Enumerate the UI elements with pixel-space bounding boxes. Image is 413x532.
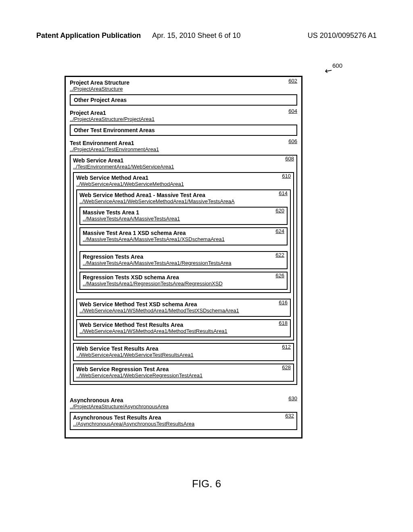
env-box: 606 Test Environment Area1 ../ProjectAre…	[70, 138, 297, 387]
method-num: 610	[282, 173, 291, 179]
header-sheet: Apr. 15, 2010 Sheet 6 of 10	[152, 31, 240, 40]
wsres-path: ../WebServiceArea1/WebServiceTestResults…	[76, 352, 291, 358]
mt1-box: 620 Massive Tests Area 1 ../MassiveTests…	[79, 207, 288, 225]
root-num: 602	[288, 78, 297, 84]
page-header: Patent Application Publication Apr. 15, …	[0, 31, 413, 40]
header-publication: Patent Application Publication	[36, 31, 141, 40]
wsreg-box: 628 Web Service Regression Test Area ../…	[73, 364, 294, 382]
massive-box: 614 Web Service Method Area1 - Massive T…	[76, 189, 291, 293]
ws-title: Web Service Area1	[73, 157, 294, 164]
project-area-box: 604 Project Area1 ../ProjectAreaStructur…	[70, 108, 297, 390]
reg-title: Regression Tests Area	[83, 254, 284, 260]
ws-box: 608 Web Service Area1 ../TestEnvironment…	[70, 155, 297, 385]
other-env-header: Other Test Environment Areas	[70, 125, 297, 136]
methodxsd-box: 616 Web Service Method Test XSD schema A…	[76, 299, 291, 317]
wsres-num: 612	[282, 344, 291, 350]
other-project-areas-header: Other Project Areas	[70, 94, 297, 106]
async-path: ../ProjectAreaStructure/AsynchronousArea	[70, 403, 297, 409]
project-area-num: 604	[288, 108, 297, 114]
regxsd-path: ../MassiveTestsArea1/RegressionTestsArea…	[83, 281, 284, 287]
mt1-title: Massive Tests Area 1	[83, 209, 284, 216]
project-area-path: ../ProjectAreaStructure/ProjectArea1	[70, 116, 297, 122]
ws-path: ../TestEnvironmentArea1/WebServiceArea1	[73, 164, 294, 170]
massive-num: 614	[279, 190, 288, 196]
reg-num: 622	[275, 252, 284, 258]
reg-path: ../MassiveTestsAreaA/MassiveTestsArea1/R…	[83, 260, 284, 266]
mt1-num: 620	[275, 208, 284, 214]
async-num: 630	[288, 395, 297, 401]
methodres-title: Web Service Method Test Results Area	[79, 322, 288, 328]
asyncres-path: ../AsynchronousArea/AsynchronousTestResu…	[73, 421, 294, 427]
method-box: 610 Web Service Method Area1 ../WebServi…	[73, 172, 294, 341]
async-title: Asynchronous Area	[70, 397, 297, 403]
methodres-num: 618	[279, 320, 288, 326]
asyncres-box: 632 Asynchronous Test Results Area ../As…	[70, 412, 297, 430]
env-path: ../ProjectArea1/TestEnvironmentArea1	[70, 146, 297, 152]
methodxsd-num: 616	[279, 299, 288, 305]
wsres-box: 612 Web Service Test Results Area ../Web…	[73, 343, 294, 361]
massive-title: Web Service Method Area1 - Massive Test …	[79, 192, 288, 198]
async-box: 630 Asynchronous Area ../ProjectAreaStru…	[70, 395, 297, 432]
mt1xsd-title: Massive Test Area 1 XSD schema Area	[83, 230, 284, 236]
ws-num: 608	[285, 156, 294, 162]
mt1xsd-num: 624	[275, 228, 284, 234]
env-title: Test Environment Area1	[70, 140, 297, 146]
mt1xsd-box: 624 Massive Test Area 1 XSD schema Area …	[79, 227, 288, 245]
method-title: Web Service Method Area1	[76, 175, 291, 181]
mt1xsd-path: ../MassiveTestsAreaA/MassiveTestsArea1/X…	[83, 236, 284, 242]
asyncres-num: 632	[285, 413, 294, 419]
reg-box: 622 Regression Tests Area ../MassiveTest…	[79, 251, 288, 269]
method-path: ../WebServiceArea1/WebServiceMethodArea1	[76, 181, 291, 187]
header-pubnum: US 2010/0095276 A1	[308, 31, 377, 40]
asyncres-title: Asynchronous Test Results Area	[73, 414, 294, 421]
methodres-path: ../WebServiceArea1/WSMethodArea1/MethodT…	[79, 328, 288, 334]
root-path: ../ProjectAreaStructure	[70, 86, 297, 92]
methodxsd-path: ../WebServiceArea1/WSMethodArea1/MethodT…	[79, 308, 288, 314]
mt1-path: ../MassiveTestsAreaA/MassiveTestsArea1	[83, 216, 284, 222]
root-title: Project Area Structure	[70, 79, 297, 86]
wsres-title: Web Service Test Results Area	[76, 345, 291, 352]
massive-path: ../WebServiceArea1/WebServiceMethodArea1…	[79, 198, 288, 204]
wsreg-num: 628	[282, 364, 291, 370]
regxsd-title: Regression Tests XSD schema Area	[83, 274, 284, 281]
root-box: 602 Project Area Structure ../ProjectAre…	[65, 76, 302, 438]
env-num: 606	[288, 138, 297, 144]
methodxsd-title: Web Service Method Test XSD schema Area	[79, 301, 288, 308]
methodres-box: 618 Web Service Method Test Results Area…	[76, 319, 291, 337]
wsreg-path: ../WebServiceArea1/WebServiceRegressionT…	[76, 372, 291, 378]
project-area-title: Project Area1	[70, 110, 297, 116]
regxsd-box: 626 Regression Tests XSD schema Area ../…	[79, 272, 288, 290]
regxsd-num: 626	[275, 272, 284, 278]
wsreg-title: Web Service Regression Test Area	[76, 366, 291, 372]
figure-caption: FIG. 6	[0, 478, 413, 490]
